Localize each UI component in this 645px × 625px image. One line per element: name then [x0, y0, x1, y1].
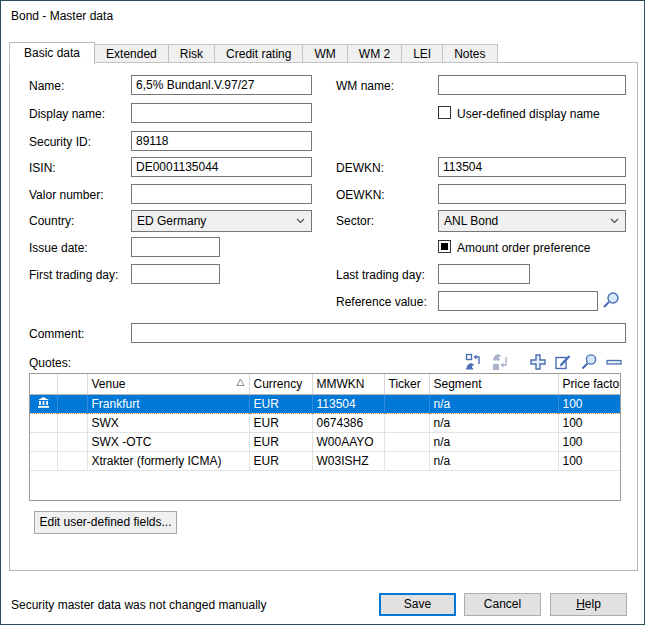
mmwkn-cell[interactable]: W00AAYO — [312, 432, 384, 451]
ticker-cell[interactable] — [384, 432, 429, 451]
reference-lookup-icon[interactable] — [601, 290, 621, 310]
price-factor-cell[interactable]: 100 — [558, 394, 620, 413]
first-trading-day-field[interactable] — [131, 264, 220, 284]
valor-number-field[interactable] — [131, 184, 312, 204]
ticker-cell[interactable] — [384, 451, 429, 470]
country-value: ED Germany — [137, 214, 206, 228]
name-label: Name: — [29, 79, 64, 93]
window-title: Bond - Master data — [11, 9, 113, 23]
segment-cell[interactable]: n/a — [429, 451, 558, 470]
remove-icon[interactable] — [605, 353, 623, 371]
quotes-label: Quotes: — [29, 356, 71, 370]
price-factor-cell[interactable]: 100 — [558, 413, 620, 432]
cancel-button[interactable]: Cancel — [464, 593, 541, 616]
tab-risk[interactable]: Risk — [169, 44, 215, 63]
tab-lei[interactable]: LEI — [402, 44, 443, 63]
first-trading-day-label: First trading day: — [29, 268, 118, 282]
sector-dropdown[interactable]: ANL Bond — [438, 210, 626, 232]
spacer-column-header — [57, 374, 87, 394]
wm-name-field[interactable] — [438, 75, 626, 95]
quotes-table[interactable]: Venue Currency MMWKN Ticker Segment Pric… — [29, 373, 621, 501]
tab-wm2[interactable]: WM 2 — [348, 44, 402, 63]
country-dropdown[interactable]: ED Germany — [131, 210, 312, 232]
row-spacer-cell — [57, 432, 87, 451]
chevron-down-icon — [610, 218, 619, 224]
segment-cell[interactable]: n/a — [429, 413, 558, 432]
issue-date-field[interactable] — [131, 237, 220, 257]
quote-row-swx[interactable]: SWX EUR 0674386 n/a 100 — [30, 413, 620, 432]
ticker-cell[interactable] — [384, 413, 429, 432]
dewkn-label: DEWKN: — [336, 161, 384, 175]
venue-cell[interactable]: Frankfurt — [87, 394, 249, 413]
sort-ascending-icon — [236, 378, 245, 387]
tab-credit-rating[interactable]: Credit rating — [215, 44, 303, 63]
oewkn-label: OEWKN: — [336, 188, 385, 202]
user-defined-display-name-label: User-defined display name — [457, 107, 600, 121]
security-id-label: Security ID: — [29, 135, 91, 149]
quote-row-xtrakter[interactable]: Xtrakter (formerly ICMA) EUR W03ISHZ n/a… — [30, 451, 620, 470]
segment-column-header[interactable]: Segment — [429, 374, 558, 394]
tab-basic-data[interactable]: Basic data — [9, 42, 95, 64]
venue-cell[interactable]: SWX -OTC — [87, 432, 249, 451]
dewkn-field[interactable] — [438, 157, 626, 177]
valor-number-label: Valor number: — [29, 188, 103, 202]
current-row-indicator — [30, 394, 57, 413]
save-button[interactable]: Save — [379, 593, 456, 616]
currency-cell[interactable]: EUR — [249, 394, 312, 413]
mmwkn-cell[interactable]: 113504 — [312, 394, 384, 413]
help-label-rest: elp — [585, 597, 601, 611]
price-factor-cell[interactable]: 100 — [558, 451, 620, 470]
venue-cell[interactable]: SWX — [87, 413, 249, 432]
price-factor-cell[interactable]: 100 — [558, 432, 620, 451]
country-label: Country: — [29, 214, 74, 228]
tab-strip: Basic data Extended Risk Credit rating W… — [9, 41, 498, 63]
currency-column-label: Currency — [254, 377, 303, 391]
quote-row-frankfurt[interactable]: Frankfurt EUR 113504 n/a 100 — [30, 394, 620, 413]
comment-field[interactable] — [131, 323, 626, 343]
view-icon[interactable] — [580, 353, 598, 371]
quote-row-swx-otc[interactable]: SWX -OTC EUR W00AAYO n/a 100 — [30, 432, 620, 451]
mmwkn-cell[interactable]: W03ISHZ — [312, 451, 384, 470]
ticker-cell[interactable] — [384, 394, 429, 413]
currency-cell[interactable]: EUR — [249, 432, 312, 451]
venue-cell[interactable]: Xtrakter (formerly ICMA) — [87, 451, 249, 470]
bond-master-data-dialog: Bond - Master data Basic data Extended R… — [0, 0, 645, 625]
help-button[interactable]: Help — [550, 593, 627, 616]
last-trading-day-field[interactable] — [438, 264, 530, 284]
security-id-field[interactable] — [131, 131, 312, 151]
export-venue-icon — [492, 353, 510, 371]
chevron-down-icon — [296, 218, 305, 224]
ticker-column-header[interactable]: Ticker — [384, 374, 429, 394]
import-venue-icon[interactable] — [465, 353, 483, 371]
tab-extended[interactable]: Extended — [95, 44, 169, 63]
name-field[interactable] — [131, 75, 312, 95]
currency-column-header[interactable]: Currency — [249, 374, 312, 394]
display-name-field[interactable] — [131, 103, 312, 123]
last-trading-day-label: Last trading day: — [336, 268, 425, 282]
reference-value-field[interactable] — [438, 291, 598, 311]
user-defined-display-name-checkbox[interactable] — [438, 106, 451, 119]
currency-cell[interactable]: EUR — [249, 413, 312, 432]
currency-cell[interactable]: EUR — [249, 451, 312, 470]
edit-user-defined-fields-button[interactable]: Edit user-defined fields... — [34, 511, 177, 534]
display-name-label: Display name: — [29, 107, 105, 121]
edit-icon[interactable] — [554, 353, 572, 371]
venue-column-header[interactable]: Venue — [87, 374, 249, 394]
tab-notes[interactable]: Notes — [443, 44, 497, 63]
row-indicator-cell — [30, 432, 57, 451]
row-indicator-cell — [30, 451, 57, 470]
segment-cell[interactable]: n/a — [429, 394, 558, 413]
comment-label: Comment: — [29, 327, 84, 341]
mmwkn-cell[interactable]: 0674386 — [312, 413, 384, 432]
price-factor-column-header[interactable]: Price factor — [558, 374, 620, 394]
oewkn-field[interactable] — [438, 184, 626, 204]
segment-column-label: Segment — [434, 377, 482, 391]
isin-field[interactable] — [131, 157, 312, 177]
mmwkn-column-header[interactable]: MMWKN — [312, 374, 384, 394]
venue-building-icon — [37, 397, 50, 408]
row-spacer-cell — [57, 413, 87, 432]
amount-order-preference-checkbox[interactable] — [438, 240, 451, 253]
tab-wm[interactable]: WM — [303, 44, 347, 63]
segment-cell[interactable]: n/a — [429, 432, 558, 451]
add-icon[interactable] — [529, 353, 547, 371]
